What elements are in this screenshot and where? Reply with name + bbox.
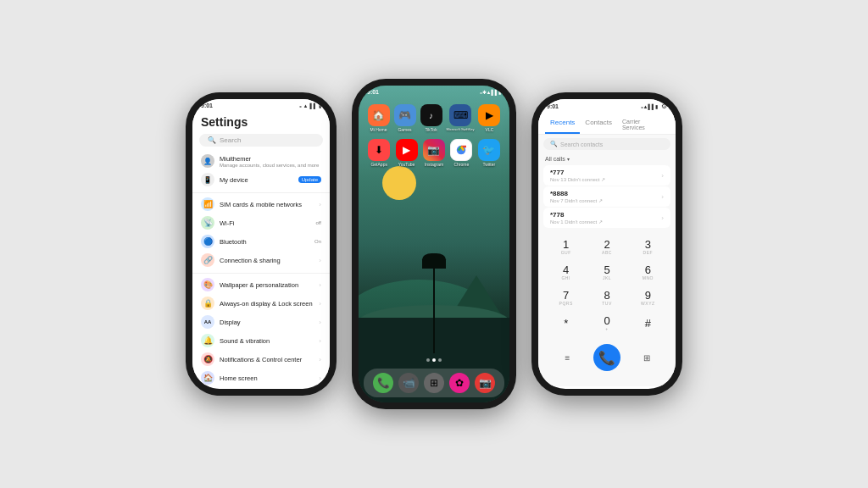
- call-chevron-0: ›: [661, 172, 664, 180]
- phone-settings: 9:01 ⁎ ▲ ▌▌ ▮ Settings 🔍 Search 👤 Miuith…: [186, 92, 337, 396]
- settings-search[interactable]: 🔍 Search: [199, 134, 323, 147]
- dot-2: [432, 358, 436, 362]
- app-getapps[interactable]: ⬇ GetApps: [368, 139, 390, 167]
- app-vlc[interactable]: ▶ VLC: [478, 104, 500, 132]
- tab-recents[interactable]: Recents: [545, 115, 580, 134]
- key-7[interactable]: 7 PQRS: [547, 286, 585, 309]
- settings-item-sim[interactable]: 📶 SIM cards & mobile networks ›: [192, 192, 330, 214]
- connection-icon: 🔗: [201, 253, 214, 267]
- dialer-search-placeholder: Search contacts: [560, 141, 603, 147]
- wallpaper: 9:01 ⁎✱▲▌▌▮ 🏠 Mi Home: [359, 86, 509, 402]
- key-hash[interactable]: #: [629, 312, 667, 335]
- call-number-0: *777: [550, 169, 605, 176]
- settings-item-connection[interactable]: 🔗 Connection & sharing ›: [192, 251, 330, 269]
- phone-home: 9:01 ⁎✱▲▌▌▮ 🏠 Mi Home: [352, 79, 516, 409]
- app-instagram[interactable]: 📷 Instagram: [423, 139, 445, 167]
- wallpaper-icon: 🎨: [201, 278, 214, 291]
- settings-item-sound[interactable]: 🔔 Sound & vibration ›: [192, 331, 330, 350]
- search-placeholder: Search: [220, 136, 241, 144]
- key-6[interactable]: 6 MNO: [629, 261, 667, 284]
- settings-item-lockscreen[interactable]: 🔒 Always-on display & Lock screen ›: [192, 294, 330, 313]
- tiktok-icon: ♪: [420, 104, 442, 126]
- dock-camera[interactable]: 📷: [475, 373, 495, 393]
- keypad: 1 GUF 2 ABC 3 DEF 4 GHI 5 JKL: [538, 231, 676, 339]
- settings-item-wifi[interactable]: 📡 Wi-Fi off: [192, 214, 330, 232]
- key-4[interactable]: 4 GHI: [547, 261, 585, 284]
- miuithemer-sub: Manage accounts, cloud services, and mor…: [220, 163, 321, 168]
- display-chevron: ›: [319, 319, 321, 326]
- miuithemer-label: Miuithemer: [220, 155, 321, 163]
- dock-phone[interactable]: 📞: [373, 373, 393, 393]
- settings-item-miuithemer[interactable]: 👤 Miuithemer Manage accounts, cloud serv…: [192, 152, 330, 170]
- call-record-0[interactable]: *777 Nov 13 Didn't connect ↗ ›: [543, 165, 670, 186]
- signal-icon: ▌▌: [309, 103, 317, 108]
- settings-item-homescreen[interactable]: 🏠 Home screen ›: [192, 369, 330, 385]
- dock-apps[interactable]: ⊞: [424, 373, 444, 393]
- homescreen-chevron: ›: [319, 374, 321, 382]
- dock-video[interactable]: 📹: [398, 373, 419, 393]
- tab-contacts[interactable]: Contacts: [580, 115, 617, 134]
- display-icon: AA: [201, 315, 214, 329]
- settings-item-notifications[interactable]: 🔕 Notifications & Control center ›: [192, 350, 330, 369]
- getapps-label: GetApps: [370, 162, 387, 167]
- settings-list: 👤 Miuithemer Manage accounts, cloud serv…: [192, 150, 330, 385]
- settings-item-display[interactable]: AA Display ›: [192, 313, 330, 331]
- wifi-label: Wi-Fi: [220, 219, 310, 227]
- call-record-2[interactable]: *778 Nov 1 Didn't connect ↗ ›: [543, 208, 670, 228]
- swiftkey-icon: ⌨: [449, 104, 471, 126]
- key-3[interactable]: 3 DEF: [629, 236, 667, 258]
- dialer-search-icon: 🔍: [550, 141, 558, 147]
- notifications-icon: 🔕: [201, 352, 214, 366]
- dock-themes[interactable]: ✿: [449, 373, 470, 393]
- call-info-1: *8888 Nov 7 Didn't connect ↗: [550, 190, 603, 203]
- app-youtube[interactable]: ▶ YouTube: [396, 139, 418, 167]
- home-bt-icon: ⁎✱▲▌▌▮: [480, 89, 501, 95]
- instagram-icon: 📷: [423, 139, 445, 161]
- all-calls-row[interactable]: All calls ▾: [538, 153, 676, 164]
- key-0[interactable]: 0 +: [587, 312, 626, 335]
- app-row-2: ⬇ GetApps ▶ YouTube 📷 Instagram: [365, 139, 503, 167]
- status-bar-dialer: 9:01 ⁎▲▌▌▮ ⚙: [538, 99, 676, 112]
- mihome-icon: 🏠: [368, 104, 390, 126]
- dialpad-icon[interactable]: ⊞: [638, 349, 655, 366]
- sim-label: SIM cards & mobile networks: [220, 201, 314, 208]
- settings-content: Settings 🔍 Search 👤 Miuithemer Manage ac…: [192, 110, 330, 385]
- key-2[interactable]: 2 ABC: [587, 236, 626, 258]
- bluetooth-icon: ⁎: [299, 103, 302, 108]
- vlc-label: VLC: [486, 127, 494, 132]
- key-5[interactable]: 5 JKL: [587, 261, 626, 284]
- lockscreen-icon: 🔒: [201, 297, 214, 310]
- dialer-tabs: Recents Contacts Carrier Services: [538, 112, 676, 135]
- display-label: Display: [220, 319, 314, 326]
- key-9[interactable]: 9 WXYZ: [629, 286, 667, 309]
- key-star[interactable]: *: [547, 312, 585, 335]
- sim-icon: 📶: [201, 197, 214, 211]
- getapps-icon: ⬇: [368, 139, 390, 161]
- app-tiktok[interactable]: ♪ TikTok: [420, 104, 442, 132]
- search-icon: 🔍: [208, 136, 216, 144]
- app-swiftkey[interactable]: ⌨ Microsoft SwiftKey: [447, 104, 475, 132]
- lockscreen-chevron: ›: [319, 300, 321, 308]
- notifications-label: Notifications & Control center: [220, 356, 314, 363]
- menu-icon[interactable]: ≡: [559, 349, 576, 366]
- call-button[interactable]: 📞: [593, 344, 620, 371]
- status-icons-1: ⁎ ▲ ▌▌ ▮: [299, 103, 321, 108]
- bluetooth-setting-icon: 🔵: [201, 235, 214, 248]
- call-record-1[interactable]: *8888 Nov 7 Didn't connect ↗ ›: [543, 186, 670, 207]
- dialer-search[interactable]: 🔍 Search contacts: [543, 138, 670, 150]
- dock: 📞 📹 ⊞ ✿ 📷: [364, 369, 504, 397]
- app-chrome[interactable]: Chrome: [450, 139, 472, 167]
- settings-item-wallpaper[interactable]: 🎨 Wallpaper & personalization ›: [192, 273, 330, 294]
- notifications-chevron: ›: [319, 356, 321, 363]
- youtube-icon: ▶: [396, 139, 418, 161]
- app-mihome[interactable]: 🏠 Mi Home: [368, 104, 390, 132]
- settings-item-bluetooth[interactable]: 🔵 Bluetooth On: [192, 232, 330, 251]
- app-twitter[interactable]: 🐦 Twitter: [478, 139, 500, 167]
- lockscreen-label: Always-on display & Lock screen: [220, 300, 314, 308]
- settings-gear-icon[interactable]: ⚙: [661, 103, 667, 110]
- key-1[interactable]: 1 GUF: [547, 236, 585, 258]
- settings-item-mydevice[interactable]: 📱 My device Update: [192, 170, 330, 189]
- app-games[interactable]: 🎮 Games: [394, 104, 416, 132]
- tab-carrier[interactable]: Carrier Services: [617, 115, 669, 134]
- key-8[interactable]: 8 TUV: [587, 286, 626, 309]
